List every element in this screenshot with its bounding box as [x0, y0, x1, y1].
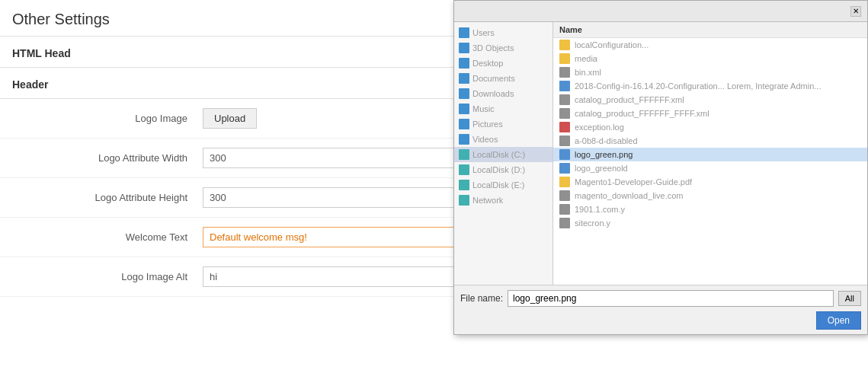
selected-file-name: logo_green.png: [575, 150, 633, 159]
folder-blue-icon: [459, 88, 469, 99]
folder-blue-icon: [459, 27, 469, 38]
dialog-body: Users 3D Objects Desktop Documents Downl…: [454, 22, 867, 285]
file-row-logo-greenold[interactable]: logo_greenold: [553, 161, 867, 175]
file-icon: [559, 94, 570, 105]
sidebar-item-downloads[interactable]: Downloads: [454, 86, 553, 101]
folder-teal-icon: [459, 195, 469, 206]
folder-icon: [559, 40, 570, 50]
file-row-catalog1[interactable]: catalog_product_FFFFFF.xml: [553, 93, 867, 107]
file-list: localConfiguration... media bin.xml 2018…: [553, 38, 867, 285]
filename-row: File name: All: [460, 290, 861, 307]
folder-teal-icon: [459, 149, 469, 160]
logo-width-label: Logo Attribute Width: [12, 152, 203, 164]
folder-teal-icon: [459, 180, 469, 190]
file-row-sitecron[interactable]: sitecron.y: [553, 216, 867, 230]
logo-height-label: Logo Attribute Height: [12, 192, 203, 203]
sidebar-item-users[interactable]: Users: [454, 25, 553, 40]
dialog-file-header: Name: [553, 22, 867, 38]
sidebar-item-pictures[interactable]: Pictures: [454, 116, 553, 132]
file-row-catalog2[interactable]: catalog_product_FFFFFF_FFFF.xml: [553, 107, 867, 120]
file-icon: [559, 190, 570, 201]
sidebar-item-music[interactable]: Music: [454, 101, 553, 116]
dialog-main: Name localConfiguration... media bin.xml: [553, 22, 867, 285]
upload-button[interactable]: Upload: [203, 108, 257, 129]
file-row-media[interactable]: media: [553, 52, 867, 65]
file-row-a0b8[interactable]: a-0b8-d-disabled: [553, 134, 867, 148]
file-icon: [559, 218, 570, 228]
file-icon: [559, 67, 570, 78]
folder-icon: [559, 53, 570, 64]
sidebar-item-locale[interactable]: LocalDisk (E:): [454, 177, 553, 193]
open-button[interactable]: Open: [816, 311, 861, 330]
folder-blue-icon: [459, 134, 469, 145]
file-row-exception[interactable]: exception.log: [553, 120, 867, 134]
folder-blue-icon: [459, 104, 469, 114]
logo-alt-label: Logo Image Alt: [12, 271, 203, 282]
welcome-text-label: Welcome Text: [12, 231, 203, 243]
folder-blue-icon: [459, 73, 469, 84]
filter-button[interactable]: All: [838, 291, 861, 306]
folder-blue-icon: [459, 119, 469, 129]
file-icon: [559, 108, 570, 119]
folder-blue-icon: [459, 43, 469, 53]
filename-label: File name:: [460, 293, 503, 304]
file-icon-png: [559, 149, 570, 160]
file-row-localconfig[interactable]: localConfiguration...: [553, 38, 867, 52]
name-column-header: Name: [559, 25, 582, 34]
folder-icon: [559, 177, 570, 187]
logo-image-label: Logo Image: [12, 113, 203, 124]
file-icon-red: [559, 122, 570, 132]
filename-input[interactable]: [508, 290, 834, 307]
file-icon: [559, 136, 570, 146]
file-icon-png: [559, 163, 570, 174]
dialog-sidebar: Users 3D Objects Desktop Documents Downl…: [454, 22, 553, 285]
sidebar-item-desktop[interactable]: Desktop: [454, 56, 553, 71]
file-dialog: ✕ Users 3D Objects Desktop: [453, 0, 868, 335]
settings-panel: Other Settings HTML Head Header Logo Ima…: [0, 0, 868, 389]
dialog-footer: File name: All Open: [454, 285, 867, 334]
file-row-1901[interactable]: 1901.1.com.y: [553, 202, 867, 216]
folder-teal-icon: [459, 164, 469, 175]
sidebar-item-3dobjects[interactable]: 3D Objects: [454, 40, 553, 56]
file-row-magento1[interactable]: Magento1-Developer-Guide.pdf: [553, 175, 867, 189]
sidebar-item-documents[interactable]: Documents: [454, 71, 553, 86]
file-icon: [559, 204, 570, 215]
file-row-binxml[interactable]: bin.xml: [553, 65, 867, 79]
folder-blue-icon: [459, 58, 469, 69]
sidebar-item-localf[interactable]: Network: [454, 193, 553, 208]
file-row-2018config[interactable]: 2018-Config-in-16.14.20-Configuration...…: [553, 79, 867, 93]
dialog-toolbar: ✕: [454, 1, 867, 22]
sidebar-item-videos[interactable]: Videos: [454, 132, 553, 147]
sidebar-item-localc[interactable]: LocalDisk (C:): [454, 147, 553, 162]
file-row-magentodl[interactable]: magento_download_live.com: [553, 189, 867, 202]
file-icon-png: [559, 81, 570, 91]
file-row-logo-green[interactable]: logo_green.png: [553, 148, 867, 161]
sidebar-item-locald[interactable]: LocalDisk (D:): [454, 162, 553, 177]
dialog-close-button[interactable]: ✕: [850, 6, 861, 17]
